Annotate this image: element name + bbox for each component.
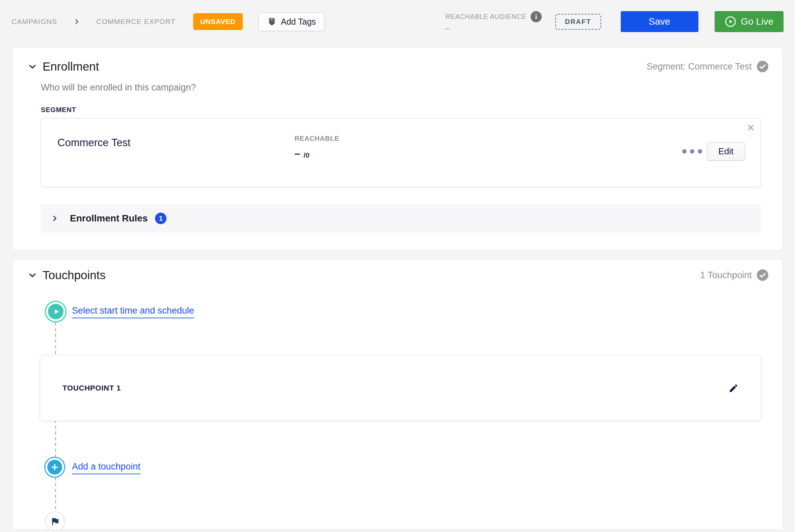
check-icon bbox=[757, 61, 768, 72]
schedule-link[interactable]: Select start time and schedule bbox=[72, 305, 194, 318]
enrollment-rules-label: Enrollment Rules bbox=[70, 213, 148, 224]
touchpoints-section: Touchpoints 1 Touchpoint Select start ti… bbox=[12, 259, 783, 530]
timeline-connector bbox=[55, 322, 56, 530]
info-icon[interactable]: i bbox=[531, 11, 542, 22]
topbar: CAMPAIGNS COMMERCE EXPORT UNSAVED Add Ta… bbox=[0, 0, 795, 43]
unsaved-badge: UNSAVED bbox=[193, 13, 243, 30]
go-live-button[interactable]: Go Live bbox=[715, 11, 784, 32]
chevron-down-icon[interactable] bbox=[28, 271, 37, 280]
enrollment-section: Enrollment Segment: Commerce Test Who wi… bbox=[12, 47, 783, 250]
edit-touchpoint-button[interactable] bbox=[728, 383, 739, 393]
reachable-label: REACHABLE bbox=[295, 135, 339, 142]
tag-icon bbox=[267, 17, 277, 26]
end-node bbox=[45, 511, 65, 530]
remove-segment-button[interactable] bbox=[746, 123, 755, 133]
schedule-node[interactable] bbox=[45, 301, 67, 322]
chevron-right-icon bbox=[73, 18, 80, 25]
overflow-menu-button[interactable] bbox=[682, 149, 702, 154]
touchpoints-title: Touchpoints bbox=[42, 268, 106, 282]
play-icon bbox=[48, 304, 63, 319]
play-circle-icon bbox=[725, 16, 736, 27]
touchpoint-card[interactable]: TOUCHPOINT 1 bbox=[40, 355, 761, 421]
add-touchpoint-node[interactable] bbox=[44, 457, 65, 478]
segment-label: SEGMENT bbox=[41, 106, 768, 114]
reachable-value: – bbox=[295, 150, 300, 157]
breadcrumb-item-campaigns[interactable]: CAMPAIGNS bbox=[12, 18, 57, 26]
plus-icon bbox=[47, 460, 62, 475]
segment-reachable: REACHABLE – /0 bbox=[295, 135, 339, 158]
go-live-label: Go Live bbox=[741, 16, 774, 27]
add-touchpoint-link[interactable]: Add a touchpoint bbox=[72, 461, 141, 474]
rules-count-badge: 1 bbox=[155, 213, 166, 224]
add-tags-label: Add Tags bbox=[281, 17, 316, 27]
enrollment-summary: Segment: Commerce Test bbox=[646, 61, 768, 72]
check-icon bbox=[757, 269, 768, 281]
touchpoints-header: Touchpoints 1 Touchpoint bbox=[27, 268, 768, 282]
save-button[interactable]: Save bbox=[621, 11, 698, 32]
pencil-icon bbox=[728, 383, 739, 393]
flag-icon bbox=[50, 516, 60, 527]
segment-name: Commerce Test bbox=[57, 137, 131, 149]
topbar-right: REACHABLE AUDIENCE i – DRAFT Save Go Liv… bbox=[445, 11, 783, 33]
enrollment-summary-text: Segment: Commerce Test bbox=[646, 61, 752, 72]
enrollment-header: Enrollment Segment: Commerce Test bbox=[27, 60, 768, 73]
touchpoints-summary-text: 1 Touchpoint bbox=[700, 270, 752, 281]
reachable-audience: REACHABLE AUDIENCE i – bbox=[445, 11, 542, 33]
touchpoint-label: TOUCHPOINT 1 bbox=[62, 384, 121, 393]
close-icon bbox=[746, 123, 755, 132]
chevron-down-icon[interactable] bbox=[28, 62, 37, 71]
draft-status-badge: DRAFT bbox=[555, 14, 601, 30]
segment-card: Commerce Test REACHABLE – /0 Edit bbox=[41, 118, 761, 187]
touchpoints-summary: 1 Touchpoint bbox=[700, 269, 768, 281]
reachable-denominator: /0 bbox=[303, 151, 310, 159]
reachable-audience-label: REACHABLE AUDIENCE bbox=[445, 13, 526, 21]
add-tags-button[interactable]: Add Tags bbox=[258, 13, 325, 31]
breadcrumb-item-campaign-name: COMMERCE EXPORT bbox=[96, 18, 175, 26]
edit-segment-button[interactable]: Edit bbox=[707, 142, 745, 161]
enrollment-title: Enrollment bbox=[42, 60, 99, 73]
breadcrumb: CAMPAIGNS COMMERCE EXPORT bbox=[12, 18, 175, 26]
enrollment-question: Who will be enrolled in this campaign? bbox=[41, 82, 768, 93]
reachable-audience-value: – bbox=[445, 24, 542, 33]
enrollment-rules-row[interactable]: Enrollment Rules 1 bbox=[41, 204, 761, 233]
chevron-right-icon[interactable] bbox=[51, 215, 58, 222]
